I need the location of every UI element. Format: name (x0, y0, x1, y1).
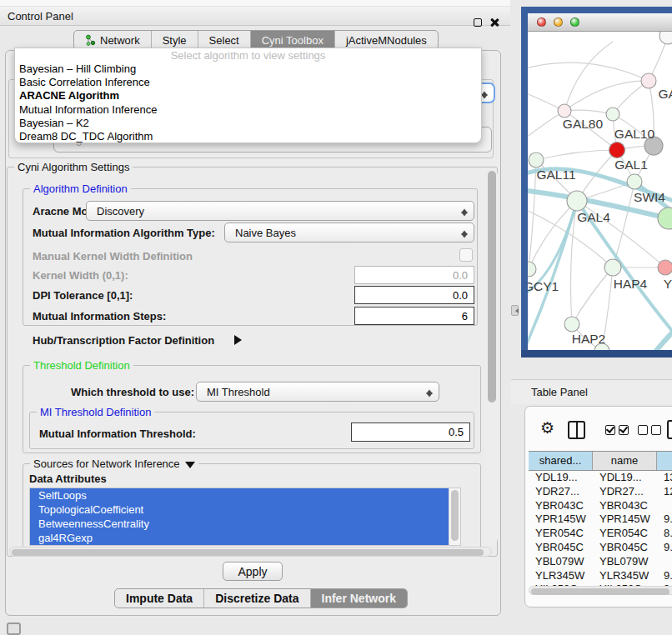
table-toolbar: ⚙ (525, 418, 672, 440)
network-node[interactable] (604, 259, 621, 276)
split-columns-icon[interactable] (568, 421, 585, 439)
network-node[interactable] (564, 317, 579, 332)
gear-icon[interactable]: ⚙ (540, 420, 554, 436)
settings-hscrollbar-thumb[interactable] (12, 549, 484, 556)
table-cell: 9. (657, 541, 672, 555)
table-hscrollbar-thumb[interactable] (531, 588, 669, 595)
manual-kernel-checkbox[interactable] (459, 248, 473, 262)
tab-discretize-data[interactable]: Discretize Data (204, 589, 310, 608)
manual-kernel-label: Manual Kernel Width Definition (33, 250, 193, 262)
table-row[interactable]: YPR145WYPR145W9. (529, 512, 672, 527)
collapse-down-icon[interactable] (185, 462, 195, 468)
tab-network[interactable]: Network (74, 31, 152, 49)
tab-label: Impute Data (126, 592, 193, 605)
table-panel-title: Table Panel (531, 386, 588, 398)
tab-label: Style (163, 34, 187, 47)
network-node[interactable] (606, 108, 619, 121)
network-edge (536, 150, 617, 160)
tab-impute-data[interactable]: Impute Data (115, 589, 204, 608)
network-node[interactable] (529, 152, 544, 168)
table-row[interactable]: YBR043CYBR043C (529, 499, 672, 513)
mi-steps-input[interactable]: 6 (354, 307, 474, 325)
split-pane-handle[interactable] (511, 305, 519, 316)
hub-definition-label: Hub/Transcription Factor Definition (33, 334, 214, 347)
network-window-titlebar[interactable] (528, 13, 672, 32)
close-light-icon[interactable] (537, 18, 546, 27)
kernel-width-input[interactable]: 0.0 (354, 266, 474, 284)
dpi-tolerance-label: DPI Tolerance [0,1]: (33, 289, 133, 302)
algorithm-definition-title: Algorithm Definition (30, 182, 131, 195)
network-node[interactable] (609, 142, 625, 158)
table-row[interactable]: YER054CYER054C8. (529, 527, 672, 541)
network-node[interactable] (627, 174, 642, 189)
attribute-item[interactable]: BetweennessCentrality (30, 517, 449, 531)
attribute-item[interactable]: gal4RGexp (30, 531, 449, 545)
tab-jactivemnodules[interactable]: jActiveMNodules (335, 31, 438, 49)
attribute-item[interactable]: TopologicalCoefficient (30, 502, 449, 517)
show-checked-columns-icon[interactable] (605, 425, 629, 435)
column-header[interactable]: name (593, 452, 657, 470)
mi-threshold-value: 0.5 (449, 426, 464, 438)
table-row[interactable]: YDR27...YDR27...12 (529, 485, 672, 499)
float-window-icon[interactable] (474, 18, 482, 27)
network-node[interactable] (658, 260, 672, 275)
node-table: shared...name YDL19...YDL19...13YDR27...… (529, 451, 672, 591)
hide-columns-icon[interactable] (638, 425, 661, 435)
network-node[interactable] (641, 73, 656, 88)
dropdown-item[interactable]: ARACNE Algorithm (15, 89, 481, 102)
table-cell: YBR043C (593, 499, 657, 513)
network-node[interactable] (558, 104, 571, 118)
table-cell: YBR045C (593, 541, 657, 555)
network-canvas[interactable]: GALGAL80GAL10GAL1GAL11SWI4GAL4GCY1HAP4YH… (528, 32, 672, 350)
table-panel-titlebar: Table Panel (511, 379, 672, 404)
dropdown-item[interactable]: Bayesian – Hill Climbing (15, 62, 481, 76)
expand-right-icon[interactable] (234, 335, 242, 345)
settings-hscrollbar[interactable] (9, 547, 492, 557)
settings-vscrollbar[interactable] (486, 169, 498, 544)
list-scrollbar[interactable] (449, 488, 460, 545)
close-icon[interactable] (489, 18, 499, 28)
network-node[interactable] (528, 262, 536, 277)
zoom-light-icon[interactable] (570, 18, 579, 27)
table-cell: YBL079W (593, 555, 657, 569)
table-cell: YPR145W (593, 512, 657, 527)
settings-vscrollbar-thumb[interactable] (488, 171, 496, 402)
dropdown-placeholder: Select algorithm to view settings (15, 48, 481, 62)
table-cell (657, 555, 672, 569)
table-hscrollbar[interactable] (529, 586, 672, 595)
column-header[interactable]: shared... (529, 452, 593, 470)
tab-select[interactable]: Select (198, 31, 251, 49)
table-row[interactable]: YBR045CYBR045C9. (529, 541, 672, 555)
network-edge (528, 62, 649, 81)
tab-cyni-toolbox[interactable]: Cyni Toolbox (251, 31, 335, 49)
network-node[interactable] (658, 208, 672, 229)
aracne-mode-combo[interactable]: Discovery (86, 201, 474, 221)
network-node[interactable] (567, 191, 587, 211)
tab-infer-network[interactable]: Infer Network (311, 589, 407, 608)
mi-threshold-input[interactable]: 0.5 (351, 422, 470, 442)
table-row[interactable]: YBL079WYBL079W (529, 555, 672, 569)
table-row[interactable]: YDL19...YDL19...13 (529, 471, 672, 485)
dropdown-item[interactable]: Dream8 DC_TDC Algorithm (15, 130, 481, 143)
document-icon[interactable] (667, 420, 672, 439)
network-edge (572, 268, 613, 324)
tab-style[interactable]: Style (152, 31, 198, 49)
which-threshold-combo[interactable]: MI Threshold (196, 382, 439, 402)
kernel-width-label: Kernel Width (0,1): (33, 269, 128, 282)
dropdown-item[interactable]: Mutual Information Inference (15, 103, 481, 117)
table-header-row: shared...name (529, 451, 672, 471)
minimize-light-icon[interactable] (554, 18, 563, 27)
attribute-item[interactable]: SelfLoops (30, 488, 449, 502)
network-node-label: GAL80 (563, 117, 604, 131)
dropdown-item[interactable]: Basic Correlation Inference (15, 76, 481, 89)
list-scrollbar-thumb[interactable] (451, 490, 459, 541)
minimized-panel-grip[interactable] (7, 622, 21, 635)
column-header[interactable] (657, 452, 672, 470)
dropdown-item[interactable]: Bayesian – K2 (15, 117, 481, 130)
table-row[interactable]: YLR345WYLR345W9. (529, 569, 672, 583)
dpi-tolerance-input[interactable]: 0.0 (354, 286, 474, 304)
mi-type-combo[interactable]: Naive Bayes (224, 222, 474, 242)
table-cell: YBL079W (529, 555, 593, 569)
apply-button[interactable]: Apply (223, 562, 283, 581)
network-node[interactable] (659, 32, 672, 44)
